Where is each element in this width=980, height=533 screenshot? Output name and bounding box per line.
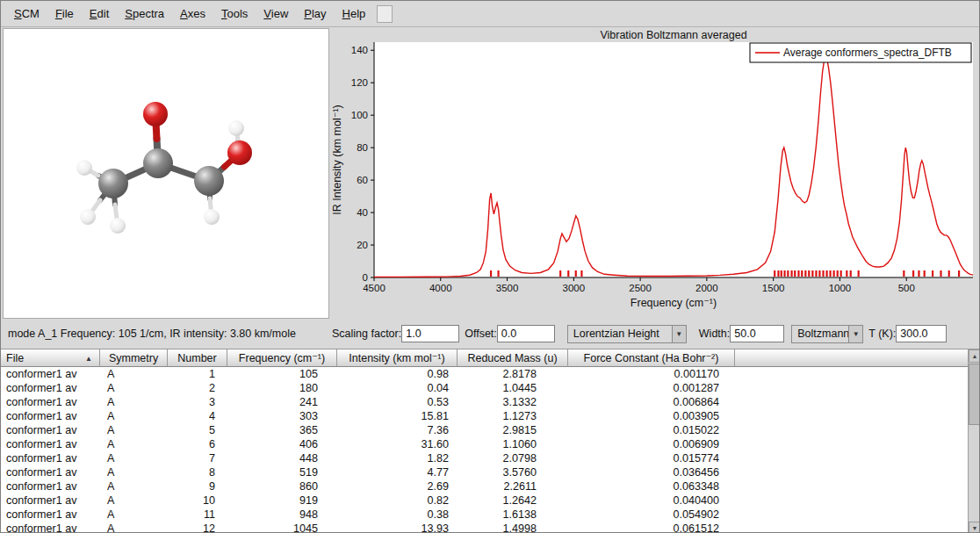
cell-filler <box>735 508 980 522</box>
cell-file: conformer1 av <box>1 437 100 451</box>
cell-frequency: 365 <box>227 423 337 437</box>
hydrogen-atom <box>228 120 244 136</box>
x-tick-label: 500 <box>898 283 915 293</box>
table-row[interactable]: conformer1 avA98602.692.26110.063348 <box>1 479 980 493</box>
cell-number: 6 <box>168 437 227 451</box>
table-row[interactable]: conformer1 avA12104513.931.49980.061512 <box>1 522 980 533</box>
menu-file[interactable]: File <box>47 4 82 23</box>
menu-spectra[interactable]: Spectra <box>117 4 172 23</box>
hydrogen-atom <box>76 160 92 176</box>
cell-file: conformer1 av <box>1 423 100 437</box>
cell-number: 9 <box>168 479 227 493</box>
cell-frequency: 406 <box>227 437 337 451</box>
cell-reduced-mass: 1.1060 <box>458 437 568 451</box>
cell-reduced-mass: 2.8178 <box>458 367 568 381</box>
table-row[interactable]: conformer1 avA53657.362.98150.015022 <box>1 423 980 437</box>
cell-reduced-mass: 1.0445 <box>458 381 568 395</box>
cell-filler <box>735 381 980 395</box>
oxygen-atom <box>227 140 252 165</box>
scroll-down-icon[interactable]: ▼ <box>969 522 980 533</box>
cell-filler <box>735 409 980 423</box>
scroll-up-icon[interactable]: ▲ <box>969 349 980 363</box>
table-row[interactable]: conformer1 avA109190.821.26420.040400 <box>1 493 980 508</box>
cell-symmetry: A <box>100 395 168 409</box>
table-row[interactable]: conformer1 avA430315.811.12730.003905 <box>1 409 980 423</box>
lineshape-value: Lorentzian Height <box>568 326 672 342</box>
oxygen-atom <box>143 102 168 126</box>
y-tick-label: 140 <box>351 45 368 55</box>
table-scrollbar[interactable]: ▲ ▼ <box>968 349 980 533</box>
cell-number: 2 <box>168 381 227 395</box>
table-row[interactable]: conformer1 avA640631.601.10600.006909 <box>1 437 980 451</box>
chevron-down-icon[interactable]: ▼ <box>672 326 686 342</box>
table-row[interactable]: conformer1 avA74481.822.07980.015774 <box>1 451 980 465</box>
scrollbar-thumb[interactable] <box>969 364 980 425</box>
cell-filler <box>735 522 980 533</box>
cell-file: conformer1 av <box>1 522 100 533</box>
cell-symmetry: A <box>100 451 168 465</box>
x-tick-label: 3500 <box>496 283 519 293</box>
column-header-filler <box>735 349 980 367</box>
column-header-force-constant[interactable]: Force Constant (Ha Bohr⁻²) <box>568 349 735 367</box>
cell-file: conformer1 av <box>1 451 100 465</box>
cell-symmetry: A <box>100 367 168 381</box>
offset-input[interactable]: 0.0 <box>497 325 555 342</box>
menu-tools[interactable]: Tools <box>213 4 256 23</box>
column-header-number[interactable]: Number <box>168 349 227 367</box>
width-input[interactable]: 50.0 <box>730 325 784 342</box>
cell-filler <box>735 367 980 381</box>
column-header-frequency[interactable]: Frequency (cm⁻¹) <box>227 349 337 367</box>
column-header-file[interactable]: File▲ <box>1 349 100 367</box>
cell-intensity: 0.38 <box>337 508 458 522</box>
cell-force-constant: 0.015774 <box>568 451 735 465</box>
cell-intensity: 15.81 <box>337 409 458 423</box>
menu-scm[interactable]: SCM <box>6 4 47 23</box>
cell-intensity: 0.98 <box>337 367 458 381</box>
cell-intensity: 31.60 <box>337 437 458 451</box>
offset-label: Offset: <box>465 328 497 340</box>
table-row[interactable]: conformer1 avA11050.982.81780.001170 <box>1 367 980 381</box>
cell-symmetry: A <box>100 493 168 508</box>
scaling-factor-label: Scaling factor: <box>332 328 401 340</box>
scaling-factor-input[interactable]: 1.0 <box>401 325 459 342</box>
cell-number: 7 <box>168 451 227 465</box>
table-row[interactable]: conformer1 avA119480.381.61380.054902 <box>1 508 980 522</box>
cell-reduced-mass: 2.0798 <box>458 451 568 465</box>
cell-frequency: 919 <box>227 493 337 508</box>
column-header-reduced-mass[interactable]: Reduced Mass (u) <box>458 349 568 367</box>
menu-view[interactable]: View <box>256 4 296 23</box>
hydrogen-atom <box>204 209 220 225</box>
plot-area[interactable] <box>374 42 973 277</box>
hydrogen-atom <box>110 218 126 234</box>
cell-file: conformer1 av <box>1 465 100 479</box>
column-header-symmetry[interactable]: Symmetry <box>100 349 168 367</box>
mode-status-text: mode A_1 Frequency: 105 1/cm, IR intensi… <box>3 319 329 349</box>
temperature-input[interactable]: 300.0 <box>896 325 947 342</box>
table-row[interactable]: conformer1 avA21800.041.04450.001287 <box>1 381 980 395</box>
cell-file: conformer1 av <box>1 381 100 395</box>
cell-intensity: 1.82 <box>337 451 458 465</box>
cell-intensity: 0.04 <box>337 381 458 395</box>
table-row[interactable]: conformer1 avA85194.773.57600.036456 <box>1 465 980 479</box>
menu-bar: SCMFileEditSpectraAxesToolsViewPlayHelp <box>1 1 979 27</box>
chevron-down-icon[interactable]: ▼ <box>848 326 862 342</box>
menu-help[interactable]: Help <box>335 4 374 23</box>
cell-file: conformer1 av <box>1 409 100 423</box>
cell-number: 4 <box>168 409 227 423</box>
carbon-atom <box>143 148 173 178</box>
molecule-3d-view[interactable] <box>4 29 328 318</box>
spectrum-chart[interactable]: 0204060801001201404500400035003000250020… <box>330 28 979 319</box>
molecule-viewer[interactable] <box>3 28 329 319</box>
cell-force-constant: 0.006864 <box>568 395 735 409</box>
menu-edit[interactable]: Edit <box>82 4 117 23</box>
lineshape-select[interactable]: Lorentzian Height ▼ <box>567 325 687 343</box>
x-tick-label: 4000 <box>429 283 452 293</box>
menu-play[interactable]: Play <box>296 4 334 23</box>
table-row[interactable]: conformer1 avA32410.533.13320.006864 <box>1 395 980 409</box>
column-header-intensity[interactable]: Intensity (km mol⁻¹) <box>337 349 458 367</box>
cell-number: 8 <box>168 465 227 479</box>
x-tick-label: 3000 <box>563 283 586 293</box>
hydrogen-atom <box>80 209 96 225</box>
menu-axes[interactable]: Axes <box>172 4 213 23</box>
distribution-select[interactable]: Boltzmann ▼ <box>791 325 863 343</box>
